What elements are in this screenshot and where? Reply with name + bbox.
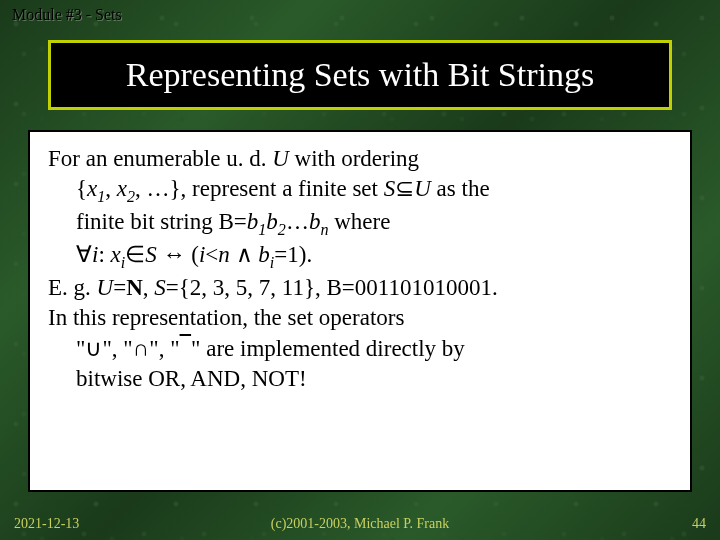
t: n (218, 242, 230, 267)
t: " are implemented directly by (191, 336, 465, 361)
t: as the (431, 176, 490, 201)
t: N (126, 275, 143, 300)
para-6: In this representation, the set operator… (48, 303, 672, 333)
t: finite bit string B= (76, 209, 247, 234)
t: 2 (127, 188, 135, 205)
t: ∈ (125, 242, 145, 267)
module-header: Module #3 - Sets (12, 6, 122, 24)
para-1: For an enumerable u. d. U with ordering (48, 144, 672, 174)
t: with ordering (289, 146, 419, 171)
t: < (205, 242, 218, 267)
t: , (143, 275, 155, 300)
t: S (384, 176, 396, 201)
t: ∀ (76, 242, 92, 267)
para-7: "∪", "∩", " " are implemented directly b… (76, 334, 672, 364)
t: b (247, 209, 259, 234)
t: b (309, 209, 321, 234)
para-5: E. g. U=N, S={2, 3, 5, 7, 11}, B=0011010… (48, 273, 672, 303)
para-3: finite bit string B=b1b2…bn where (76, 207, 672, 240)
t: b (258, 242, 270, 267)
footer-copyright: (c)2001-2003, Michael P. Frank (271, 516, 449, 532)
t: U (97, 275, 114, 300)
t: x (111, 242, 121, 267)
para-4: ∀i: xi∈S ↔ (i<n ∧ bi=1). (76, 240, 672, 273)
t: : (98, 242, 110, 267)
t: , (105, 176, 117, 201)
t: x (87, 176, 97, 201)
t: U (414, 176, 431, 201)
content-box: For an enumerable u. d. U with ordering … (28, 130, 692, 492)
footer: 2021-12-13 (c)2001-2003, Michael P. Fran… (0, 516, 720, 532)
t: , …}, represent a finite set (135, 176, 384, 201)
t: { (76, 176, 87, 201)
slide-title: Representing Sets with Bit Strings (126, 56, 594, 94)
t: x (117, 176, 127, 201)
t: E. g. (48, 275, 97, 300)
t: … (286, 209, 309, 234)
t: ⊆ (395, 176, 414, 201)
t: S (154, 275, 166, 300)
para-2: {x1, x2, …}, represent a finite set S⊆U … (76, 174, 672, 207)
t: "∪", "∩", " (76, 336, 180, 361)
footer-date: 2021-12-13 (14, 516, 79, 532)
t: S (145, 242, 157, 267)
t: = (113, 275, 126, 300)
t: ={2, 3, 5, 7, 11}, B=001101010001. (166, 275, 498, 300)
t: =1). (274, 242, 312, 267)
t: where (328, 209, 390, 234)
t: For an enumerable u. d. (48, 146, 272, 171)
t: U (272, 146, 289, 171)
t: 2 (278, 221, 286, 238)
para-8: bitwise OR, AND, NOT! (76, 364, 672, 394)
title-box: Representing Sets with Bit Strings (48, 40, 672, 110)
t: ↔ ( (157, 242, 199, 267)
t: ∧ (230, 242, 259, 267)
footer-page: 44 (692, 516, 706, 532)
t: b (266, 209, 278, 234)
complement-overline (180, 334, 192, 364)
